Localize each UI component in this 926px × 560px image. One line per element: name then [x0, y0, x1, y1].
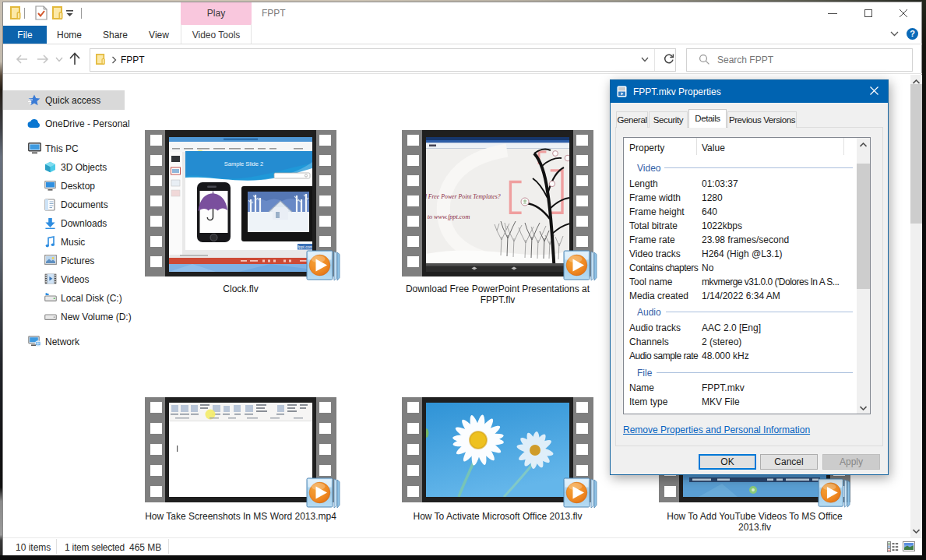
- svg-text:d Free Power Point Templates?: d Free Power Point Templates?: [424, 193, 501, 200]
- svg-text:Sample Slide 2: Sample Slide 2: [224, 160, 263, 167]
- svg-text:e to www.fppt.com: e to www.fppt.com: [423, 213, 470, 220]
- svg-text:fppt.com: fppt.com: [298, 245, 312, 249]
